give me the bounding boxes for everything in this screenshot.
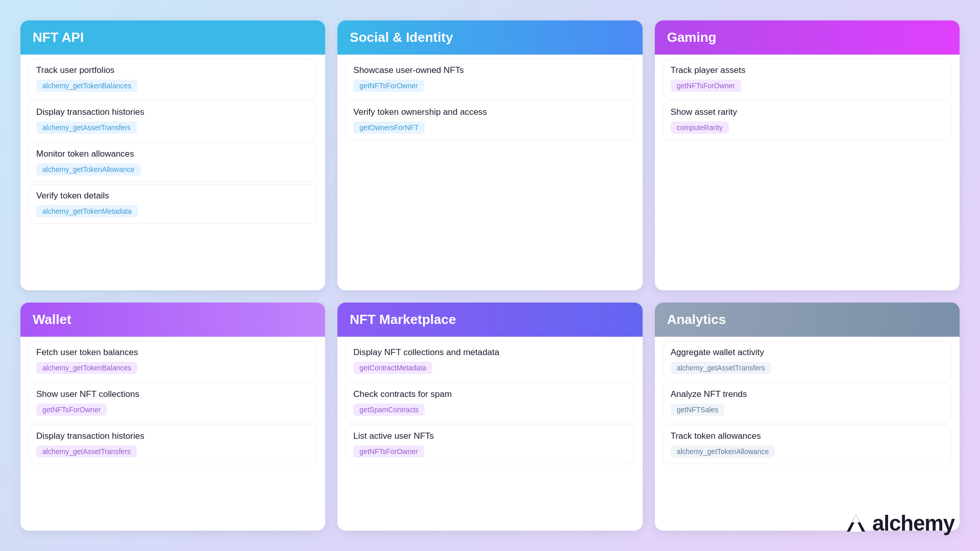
nft-api-card: NFT API Track user portfolios alchemy_ge…	[20, 20, 325, 290]
api-badge[interactable]: alchemy_getAssetTransfers	[36, 121, 137, 134]
item-title: List active user NFTs	[353, 431, 626, 441]
wallet-body: Fetch user token balances alchemy_getTok…	[20, 337, 325, 472]
api-badge[interactable]: alchemy_getTokenAllowance	[671, 445, 775, 458]
gaming-body: Track player assets getNFTsForOwner Show…	[655, 55, 960, 148]
item-title: Track user portfolios	[36, 65, 309, 76]
list-item: Fetch user token balances alchemy_getTok…	[29, 341, 317, 381]
item-title: Verify token details	[36, 191, 309, 201]
api-badge[interactable]: alchemy_getAssetTransfers	[36, 445, 137, 458]
item-title: Display NFT collections and metadata	[353, 347, 626, 358]
item-title: Show asset rarity	[671, 107, 944, 117]
nft-marketplace-header: NFT Marketplace	[337, 303, 642, 337]
nft-marketplace-title: NFT Marketplace	[350, 312, 456, 327]
alchemy-logo-icon	[845, 512, 867, 535]
item-title: Analyze NFT trends	[671, 389, 944, 399]
gaming-header: Gaming	[655, 20, 960, 55]
item-title: Aggregate wallet activity	[671, 347, 944, 358]
list-item: Show asset rarity computeRarity	[663, 101, 951, 140]
nft-marketplace-card: NFT Marketplace Display NFT collections …	[337, 303, 642, 531]
item-title: Check contracts for spam	[353, 389, 626, 399]
api-badge[interactable]: getNFTSales	[671, 404, 725, 416]
svg-marker-2	[852, 514, 860, 522]
api-badge[interactable]: getSpamContracts	[353, 404, 425, 416]
analytics-title: Analytics	[667, 312, 726, 327]
item-title: Display transaction histories	[36, 107, 309, 117]
social-header: Social & Identity	[337, 20, 642, 55]
social-body: Showcase user-owned NFTs getNFTsForOwner…	[337, 55, 642, 148]
nft-api-title: NFT API	[33, 30, 84, 45]
list-item: Verify token ownership and access getOwn…	[346, 101, 634, 140]
item-title: Verify token ownership and access	[353, 107, 626, 117]
item-title: Showcase user-owned NFTs	[353, 65, 626, 76]
item-title: Show user NFT collections	[36, 389, 309, 399]
item-title: Track token allowances	[671, 431, 944, 441]
api-badge[interactable]: alchemy_getTokenBalances	[36, 80, 137, 92]
list-item: Display transaction histories alchemy_ge…	[29, 101, 317, 140]
logo-area: alchemy	[845, 511, 954, 536]
api-badge[interactable]: getNFTsForOwner	[36, 404, 107, 416]
list-item: Verify token details alchemy_getTokenMet…	[29, 184, 317, 224]
list-item: Track player assets getNFTsForOwner	[663, 59, 951, 98]
api-badge[interactable]: getNFTsForOwner	[671, 80, 741, 92]
api-badge[interactable]: alchemy_getTokenBalances	[36, 362, 137, 374]
item-title: Monitor token allowances	[36, 149, 309, 159]
list-item: Display NFT collections and metadata get…	[346, 341, 634, 381]
wallet-title: Wallet	[33, 312, 71, 327]
gaming-title: Gaming	[667, 30, 717, 45]
list-item: List active user NFTs getNFTsForOwner	[346, 424, 634, 464]
list-item: Showcase user-owned NFTs getNFTsForOwner	[346, 59, 634, 98]
list-item: Monitor token allowances alchemy_getToke…	[29, 142, 317, 182]
list-item: Check contracts for spam getSpamContract…	[346, 383, 634, 422]
social-card: Social & Identity Showcase user-owned NF…	[337, 20, 642, 290]
api-badge[interactable]: getOwnersForNFT	[353, 121, 425, 134]
wallet-header: Wallet	[20, 303, 325, 337]
analytics-header: Analytics	[655, 303, 960, 337]
analytics-body: Aggregate wallet activity alchemy_getAss…	[655, 337, 960, 472]
item-title: Display transaction histories	[36, 431, 309, 441]
list-item: Show user NFT collections getNFTsForOwne…	[29, 383, 317, 422]
list-item: Track user portfolios alchemy_getTokenBa…	[29, 59, 317, 98]
api-badge[interactable]: alchemy_getTokenAllowance	[36, 163, 141, 176]
item-title: Track player assets	[671, 65, 944, 76]
api-badge[interactable]: getContractMetadata	[353, 362, 432, 374]
list-item: Analyze NFT trends getNFTSales	[663, 383, 951, 422]
nft-api-body: Track user portfolios alchemy_getTokenBa…	[20, 55, 325, 232]
list-item: Aggregate wallet activity alchemy_getAss…	[663, 341, 951, 381]
api-badge[interactable]: alchemy_getTokenMetadata	[36, 205, 138, 217]
nft-marketplace-body: Display NFT collections and metadata get…	[337, 337, 642, 472]
list-item: Track token allowances alchemy_getTokenA…	[663, 424, 951, 464]
analytics-card: Analytics Aggregate wallet activity alch…	[655, 303, 960, 531]
api-badge[interactable]: getNFTsForOwner	[353, 445, 424, 458]
api-badge[interactable]: computeRarity	[671, 121, 729, 134]
api-badge[interactable]: getNFTsForOwner	[353, 80, 424, 92]
logo-text: alchemy	[872, 511, 954, 536]
social-title: Social & Identity	[350, 30, 453, 45]
api-badge[interactable]: alchemy_getAssetTransfers	[671, 362, 771, 374]
wallet-card: Wallet Fetch user token balances alchemy…	[20, 303, 325, 531]
gaming-card: Gaming Track player assets getNFTsForOwn…	[655, 20, 960, 290]
nft-api-header: NFT API	[20, 20, 325, 55]
list-item: Display transaction histories alchemy_ge…	[29, 424, 317, 464]
item-title: Fetch user token balances	[36, 347, 309, 358]
